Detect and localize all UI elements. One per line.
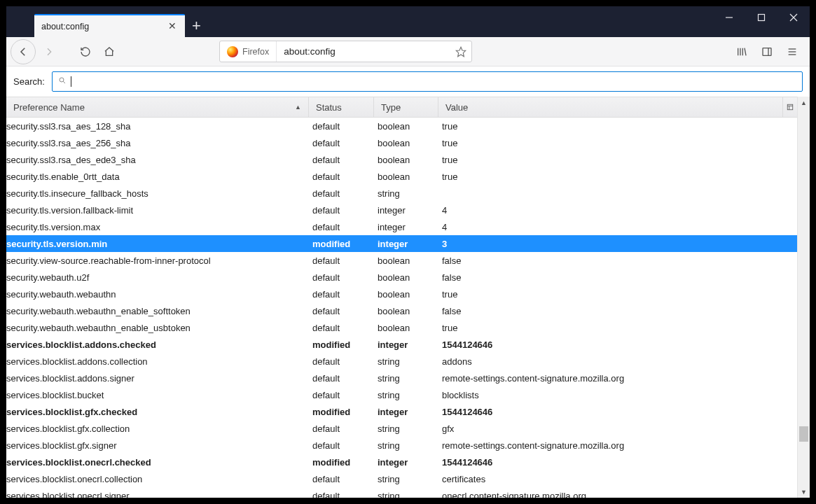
pref-row[interactable]: security.ssl3.rsa_aes_256_shadefaultbool… [6,134,797,151]
back-button[interactable] [11,39,36,64]
pref-status: default [312,440,378,451]
pref-status: default [312,289,378,300]
pref-type: boolean [378,306,442,316]
scroll-down-icon[interactable]: ▼ [798,486,810,498]
pref-table-rows: security.ssl3.rsa_aes_128_shadefaultbool… [6,118,797,498]
column-picker-icon[interactable] [782,97,797,117]
pref-row[interactable]: security.webauth.webauthn_enable_softtok… [6,302,797,319]
pref-value: 1544124646 [442,457,797,468]
reload-button[interactable] [75,41,96,62]
pref-row[interactable]: services.blocklist.addons.collectiondefa… [6,353,797,370]
forward-button[interactable] [39,41,60,62]
sidebar-button[interactable] [756,41,777,62]
pref-type: boolean [378,121,442,132]
scroll-up-icon[interactable]: ▲ [798,97,810,108]
tab-aboutconfig[interactable]: about:config ✕ [34,14,185,37]
pref-type: integer [378,340,442,350]
column-value[interactable]: Value [438,97,782,117]
pref-status: default [312,373,378,384]
column-preference-name[interactable]: Preference Name ▲ [6,97,309,117]
pref-row[interactable]: security.webauth.u2fdefaultbooleanfalse [6,269,797,286]
pref-name: services.blocklist.onecrl.signer [6,491,312,498]
url-input[interactable] [277,41,450,62]
pref-row[interactable]: security.tls.enable_0rtt_datadefaultbool… [6,168,797,185]
vertical-scrollbar[interactable]: ▲ ▼ [797,97,810,498]
url-bar[interactable]: Firefox [219,41,472,62]
pref-value: gfx [442,424,797,434]
home-button[interactable] [99,41,120,62]
maximize-button[interactable] [745,6,777,29]
scroll-track[interactable] [798,108,810,486]
pref-row[interactable]: services.blocklist.gfx.checkedmodifiedin… [6,403,797,420]
pref-row[interactable]: security.view-source.reachable-from-inne… [6,252,797,269]
pref-row[interactable]: security.ssl3.rsa_des_ede3_shadefaultboo… [6,151,797,168]
pref-status: default [312,188,378,199]
pref-value: false [442,306,797,316]
pref-row[interactable]: security.webauth.webauthn_enable_usbtoke… [6,319,797,336]
pref-row[interactable]: services.blocklist.onecrl.collectiondefa… [6,470,797,487]
aboutconfig-content: Search: Preference Name ▲ [6,66,810,498]
pref-name: security.tls.version.max [6,222,312,232]
scroll-thumb[interactable] [799,426,808,442]
pref-name: services.blocklist.bucket [6,390,312,400]
pref-status: modified [312,407,378,417]
pref-type: boolean [378,138,442,148]
pref-row[interactable]: security.webauth.webauthndefaultbooleant… [6,286,797,302]
pref-row[interactable]: security.ssl3.rsa_aes_128_shadefaultbool… [6,118,797,134]
close-tab-icon[interactable]: ✕ [167,21,178,32]
pref-type: string [378,373,442,384]
pref-type: string [378,424,442,434]
pref-type: boolean [378,272,442,283]
pref-row[interactable]: security.tls.version.minmodifiedinteger3 [6,235,797,252]
pref-row[interactable]: services.blocklist.onecrl.checkedmodifie… [6,454,797,470]
pref-row[interactable]: security.tls.insecure_fallback_hostsdefa… [6,185,797,202]
pref-row[interactable]: security.tls.version.maxdefaultinteger4 [6,218,797,235]
pref-value: onecrl.content-signature.mozilla.org [442,491,797,498]
pref-name: security.ssl3.rsa_aes_256_sha [6,138,312,148]
library-button[interactable] [731,41,752,62]
svg-line-15 [63,81,65,83]
column-status[interactable]: Status [309,97,374,117]
pref-status: default [312,121,378,132]
pref-name: security.webauth.webauthn_enable_usbtoke… [6,323,312,333]
app-menu-button[interactable] [782,41,803,62]
pref-status: default [312,155,378,165]
pref-value: 1544124646 [442,407,797,417]
tab-title: about:config [41,22,167,31]
pref-row[interactable]: security.tls.version.fallback-limitdefau… [6,202,797,218]
pref-type: integer [378,222,442,232]
firefox-window: about:config ✕ + [6,6,810,498]
pref-value: blocklists [442,390,797,400]
pref-row[interactable]: services.blocklist.gfx.signerdefaultstri… [6,437,797,454]
pref-status: modified [312,340,378,350]
search-icon [58,76,67,87]
column-type[interactable]: Type [374,97,438,117]
pref-status: default [312,138,378,148]
svg-line-8 [745,48,746,55]
pref-status: default [312,474,378,484]
svg-marker-4 [456,47,465,56]
pref-status: default [312,272,378,283]
pref-row[interactable]: services.blocklist.bucketdefaultstringbl… [6,386,797,403]
pref-name: services.blocklist.gfx.collection [6,424,312,434]
minimize-button[interactable] [713,6,745,29]
pref-value: 1544124646 [442,340,797,350]
bookmark-star-icon[interactable] [450,41,471,62]
search-box[interactable] [52,71,803,92]
pref-row[interactable]: services.blocklist.gfx.collectiondefault… [6,420,797,437]
pref-row[interactable]: services.blocklist.addons.checkedmodifie… [6,336,797,353]
identity-box[interactable]: Firefox [220,41,277,62]
new-tab-button[interactable]: + [185,14,208,37]
pref-value: 4 [442,222,797,232]
pref-status: default [312,306,378,316]
pref-type: string [378,356,442,367]
pref-value: 4 [442,205,797,216]
pref-status: default [312,255,378,266]
pref-row[interactable]: services.blocklist.onecrl.signerdefaults… [6,487,797,498]
pref-row[interactable]: services.blocklist.addons.signerdefaults… [6,370,797,386]
pref-type: string [378,491,442,498]
pref-value: true [442,323,797,333]
close-window-button[interactable] [777,6,810,29]
pref-name: security.tls.version.fallback-limit [6,205,312,216]
pref-status: default [312,491,378,498]
